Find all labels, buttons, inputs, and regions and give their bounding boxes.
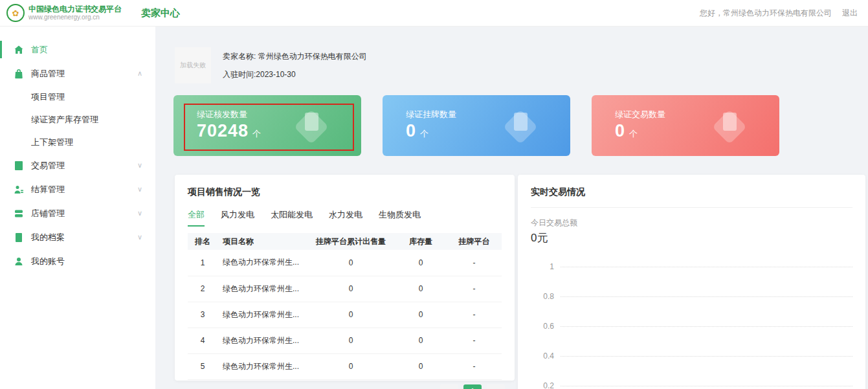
sidebar-item-label: 店铺管理 [31,208,65,219]
sidebar-item-label: 我的档案 [31,232,65,243]
card-unit: 个 [252,128,261,140]
sidebar-item-account[interactable]: 我的账号 [0,249,155,273]
platform-title: 中国绿色电力证书交易平台 [28,5,122,14]
seller-avatar-placeholder: 加载失败 [175,47,211,83]
tab-solar[interactable]: 太阳能发电 [271,209,313,227]
gridline [561,267,852,267]
table-header-row: 排名 项目名称 挂牌平台累计出售量 库存量 挂牌平台 [188,233,502,250]
trade-icon [14,161,24,171]
realtime-trade-panel: 实时交易情况 今日交易总额 0元 1 0.8 0.6 0.4 0.2 [518,175,865,389]
divider [531,207,852,208]
cell-sold: 0 [307,353,395,379]
cell-stock: 0 [395,353,447,379]
ytick-label: 0.6 [531,322,554,331]
sales-tabs: 全部 风力发电 太阳能发电 水力发电 生物质发电 [188,209,502,227]
main-content: 加载失败 卖家名称: 常州绿色动力环保热电有限公司 入驻时间:2023-10-3… [155,27,868,389]
pagination: ‹ 1 › [440,384,505,389]
card-cert-issued[interactable]: 绿证核发数量 70248 个 [173,95,361,156]
pagination-next-button[interactable]: › [487,384,505,389]
tab-wind[interactable]: 风力发电 [221,209,254,227]
cell-stock: 0 [395,328,447,353]
seller-join-date: 入驻时间:2023-10-30 [223,69,367,80]
sidebar-subitem-listing[interactable]: 上下架管理 [0,131,155,153]
sidebar-item-shop[interactable]: 店铺管理 ∨ [0,201,155,225]
cell-sold: 0 [307,328,395,353]
tab-all[interactable]: 全部 [188,209,205,227]
sidebar-item-trade[interactable]: 交易管理 ∨ [0,153,155,177]
cell-platform: - [447,302,502,328]
today-total-label: 今日交易总额 [531,217,852,228]
certificate-icon [712,108,747,143]
platform-url: www.greenenergy.org.cn [28,14,122,21]
gridline [561,356,852,357]
tab-hydro[interactable]: 水力发电 [329,209,362,227]
sidebar-item-home[interactable]: 首页 [0,38,155,61]
sidebar-subitem-label: 上下架管理 [31,137,73,148]
chevron-up-icon[interactable]: ∧ [137,69,142,78]
sidebar-item-label: 首页 [31,44,48,56]
chevron-down-icon[interactable]: ∨ [137,209,142,217]
cell-stock: 0 [395,276,447,302]
logo-emblem-icon: ✿ [6,4,25,22]
cell-sold: 0 [307,302,395,328]
cell-sold: 0 [307,250,395,276]
ytick-label: 0.4 [531,351,554,361]
cell-project-name: 绿色动力环保常州生... [217,250,307,276]
realtime-chart: 1 0.8 0.6 0.4 0.2 [531,252,852,389]
card-value: 0 [406,121,416,141]
chevron-down-icon[interactable]: ∨ [137,233,142,241]
cell-rank: 3 [188,302,217,328]
pagination-prev-button[interactable]: ‹ [440,384,458,389]
card-label: 绿证挂牌数量 [406,109,456,120]
card-cert-listed[interactable]: 绿证挂牌数量 0 个 [383,95,570,156]
sidebar-item-label: 结算管理 [31,184,65,195]
card-label: 绿证核发数量 [197,109,247,120]
seller-info: 加载失败 卖家名称: 常州绿色动力环保热电有限公司 入驻时间:2023-10-3… [175,47,367,87]
col-rank: 排名 [188,233,217,250]
table-row: 4 绿色动力环保常州生... 0 0 - [188,328,502,353]
sidebar-nav: 首页 商品管理 ∧ 项目管理 绿证资产库存管理 上下架管理 交易管理 ∨ 结算管… [0,27,155,389]
ytick-label: 0.8 [531,292,554,301]
ytick-label: 0.2 [531,381,554,389]
panel-title: 实时交易情况 [531,186,852,198]
seller-name: 卖家名称: 常州绿色动力环保热电有限公司 [223,51,367,62]
tab-biomass[interactable]: 生物质发电 [379,209,421,227]
card-unit: 个 [629,128,638,140]
pagination-page-1[interactable]: 1 [463,384,482,389]
table-row: 1 绿色动力环保常州生... 0 0 - [188,250,502,276]
card-value: 70248 [197,121,249,141]
cell-sold: 0 [307,276,395,302]
sidebar-item-goods[interactable]: 商品管理 ∧ [0,61,155,85]
chevron-down-icon[interactable]: ∨ [137,185,142,194]
shop-icon [14,208,24,219]
col-project-name: 项目名称 [217,233,307,250]
gridline [561,386,852,386]
cell-platform: - [447,250,502,276]
card-cert-traded[interactable]: 绿证交易数量 0 个 [592,95,779,156]
sidebar-subitem-cert-inventory[interactable]: 绿证资产库存管理 [0,108,155,131]
cell-platform: - [447,353,502,379]
project-sales-panel: 项目销售情况一览 全部 风力发电 太阳能发电 水力发电 生物质发电 排名 项目名… [175,175,515,381]
seller-center-label: 卖家中心 [141,7,180,19]
home-icon [14,45,24,55]
platform-logo: ✿ 中国绿色电力证书交易平台 www.greenenergy.org.cn [6,4,122,22]
sidebar-item-label: 交易管理 [31,160,65,172]
chevron-down-icon[interactable]: ∨ [137,161,142,170]
cell-platform: - [447,276,502,302]
cell-stock: 0 [395,250,447,276]
cell-stock: 0 [395,302,447,328]
sidebar-item-settlement[interactable]: 结算管理 ∨ [0,177,155,201]
gridline [561,296,852,297]
goods-icon [14,69,24,79]
sidebar-subitem-label: 项目管理 [31,91,65,103]
cell-project-name: 绿色动力环保常州生... [217,353,307,379]
sidebar-subitem-projects[interactable]: 项目管理 [0,85,155,108]
logout-link[interactable]: 退出 [842,8,858,19]
settlement-icon [14,184,24,195]
sidebar-item-archive[interactable]: 我的档案 ∨ [0,225,155,249]
cell-rank: 5 [188,353,217,379]
stat-cards: 绿证核发数量 70248 个 绿证挂牌数量 0 个 绿证交易数量 0 个 [173,95,779,156]
account-icon [14,256,24,267]
sidebar-item-label: 我的账号 [31,256,65,267]
panel-title: 项目销售情况一览 [188,186,502,198]
